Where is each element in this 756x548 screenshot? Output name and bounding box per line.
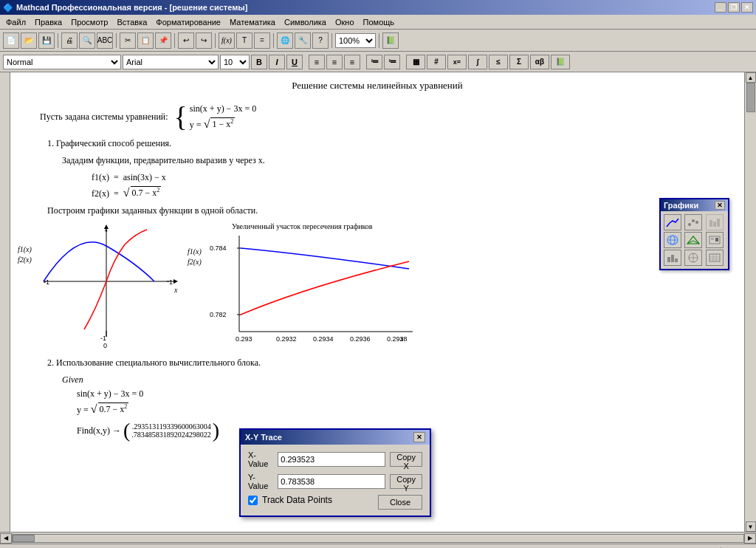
align-left[interactable]: ≡	[309, 55, 325, 69]
menu-view[interactable]: Просмотр	[66, 16, 112, 28]
preview-button[interactable]: 🔍	[79, 32, 95, 49]
tools-btn[interactable]: 🔧	[295, 32, 311, 49]
size-select[interactable]: 10	[220, 55, 250, 69]
cut-button[interactable]: ✂	[120, 32, 136, 49]
font-select[interactable]: Arial	[123, 55, 219, 69]
close-dialog-button[interactable]: Close	[378, 495, 422, 510]
bottom-scroll-bar: ◀ ▶	[0, 532, 756, 544]
dialog-close-icon[interactable]: ✕	[413, 432, 425, 442]
scroll-track[interactable]	[746, 83, 756, 521]
bullet-list[interactable]: ≔	[366, 55, 382, 69]
align-right[interactable]: ≡	[344, 55, 360, 69]
scatter-chart-btn[interactable]	[684, 214, 702, 230]
vector-btn[interactable]: Σ	[509, 55, 529, 69]
new-button[interactable]: 📄	[3, 32, 19, 49]
restore-button[interactable]: ❐	[728, 2, 740, 13]
insert-eq[interactable]: =	[254, 32, 270, 49]
bold-button[interactable]: B	[251, 55, 267, 69]
menu-edit[interactable]: Правка	[30, 16, 66, 28]
help-btn2[interactable]: ?	[312, 32, 329, 49]
grafiki-panel[interactable]: Графики ✕	[659, 198, 729, 270]
h-scroll-track[interactable]	[12, 534, 744, 543]
menu-format[interactable]: Форматирование	[151, 16, 225, 28]
section2-label: 2. Использование специального вычислител…	[47, 357, 722, 369]
scroll-left-button[interactable]: ◀	[0, 533, 12, 544]
insert-math[interactable]: f(x)	[219, 32, 235, 49]
copy-x-button[interactable]: Copy X	[390, 452, 422, 467]
globe-chart-btn[interactable]	[664, 232, 681, 248]
copy-y-button[interactable]: Copy Y	[390, 474, 422, 489]
title-bar-left: 🔷 Mathcad Профессиональная версия - [реш…	[3, 3, 247, 13]
integral-btn[interactable]: ∫	[468, 55, 487, 69]
bar2-chart-btn[interactable]	[664, 250, 681, 266]
x-value-row: X-Value Copy X	[248, 451, 422, 468]
align-center[interactable]: ≡	[326, 55, 343, 69]
close-button[interactable]: ✕	[741, 2, 753, 13]
paste-button[interactable]: 📌	[155, 32, 171, 49]
grafiki-icon-grid	[661, 211, 728, 269]
left-y-labels: f1(x)f2(x)	[18, 244, 32, 265]
help-book[interactable]: 📗	[382, 32, 399, 49]
undo-button[interactable]: ↩	[178, 32, 194, 49]
save-button[interactable]: 💾	[38, 32, 55, 49]
brace-symbol: {	[174, 104, 188, 129]
menu-insert[interactable]: Вставка	[112, 16, 151, 28]
style-select[interactable]: Normal	[3, 55, 121, 69]
h-scroll-thumb[interactable]	[13, 535, 35, 542]
eq-given1: sin(x + y) − 3x = 0	[77, 388, 722, 400]
spellcheck-button[interactable]: ABC	[97, 32, 113, 49]
zoom-title: Увеличенный участок пересечения графиков	[232, 222, 416, 230]
line-chart-btn[interactable]	[664, 214, 681, 230]
copy-button[interactable]: 📋	[137, 32, 154, 49]
underline-button[interactable]: U	[286, 55, 303, 69]
track-checkbox[interactable]	[248, 496, 258, 505]
svg-text:0.2938: 0.2938	[387, 335, 408, 343]
scroll-down-button[interactable]: ▼	[746, 521, 756, 532]
menu-help[interactable]: Помощь	[359, 16, 399, 28]
scroll-thumb[interactable]	[746, 83, 755, 112]
svg-point-29	[695, 221, 698, 224]
book2-btn[interactable]: 📗	[551, 55, 570, 69]
alpha-beta-btn[interactable]: αβ	[530, 55, 549, 69]
resource-btn[interactable]: 🌐	[277, 32, 293, 49]
content-area[interactable]: Решение системы нелинейных уравнений Пус…	[10, 72, 744, 532]
svg-rect-41	[675, 258, 678, 262]
menu-symbolic[interactable]: Символика	[280, 16, 331, 28]
minimize-button[interactable]: _	[715, 2, 726, 13]
calc-btn[interactable]: ▦	[406, 55, 425, 69]
polar-chart-btn[interactable]	[684, 250, 702, 266]
scroll-up-button[interactable]: ▲	[746, 72, 756, 83]
grafiki-close-button[interactable]: ✕	[715, 201, 725, 210]
menu-window[interactable]: Окно	[331, 16, 359, 28]
scroll-right-button[interactable]: ▶	[744, 533, 756, 544]
xeq-btn[interactable]: x=	[447, 55, 467, 69]
numbered-list[interactable]: ≔	[384, 55, 400, 69]
svg-rect-39	[667, 257, 670, 262]
svg-rect-32	[717, 219, 720, 227]
open-button[interactable]: 📂	[21, 32, 37, 49]
image-chart-btn[interactable]	[706, 232, 724, 248]
menu-file[interactable]: Файл	[1, 16, 30, 28]
eq-given2: y = √0.7 − x2	[77, 403, 722, 416]
lte-btn[interactable]: ≤	[489, 55, 508, 69]
svg-rect-38	[715, 238, 718, 242]
x-value-input[interactable]	[278, 452, 385, 467]
italic-button[interactable]: I	[269, 55, 285, 69]
svg-text:0.293: 0.293	[236, 335, 252, 343]
dialog-title-bar[interactable]: X-Y Trace ✕	[241, 430, 430, 445]
main-area: Решение системы нелинейных уравнений Пус…	[0, 72, 756, 532]
data-chart-btn[interactable]	[706, 250, 724, 266]
svg-rect-40	[671, 255, 674, 262]
f1-def: f1(x) = asin(3x) − x	[92, 172, 722, 183]
matrix-btn[interactable]: #	[427, 55, 446, 69]
insert-text[interactable]: T	[236, 32, 252, 49]
page-title: Решение системы нелинейных уравнений	[32, 80, 722, 92]
menu-math[interactable]: Математика	[225, 16, 280, 28]
zoom-select[interactable]: 100%	[335, 33, 376, 48]
print-button[interactable]: 🖨	[61, 32, 78, 49]
xy-trace-dialog[interactable]: X-Y Trace ✕ X-Value Copy X Y-Value Copy …	[239, 428, 431, 517]
svg-text:-1: -1	[100, 335, 106, 342]
surface-chart-btn[interactable]	[684, 232, 702, 248]
y-value-input[interactable]	[278, 474, 385, 489]
redo-button[interactable]: ↪	[196, 32, 212, 49]
